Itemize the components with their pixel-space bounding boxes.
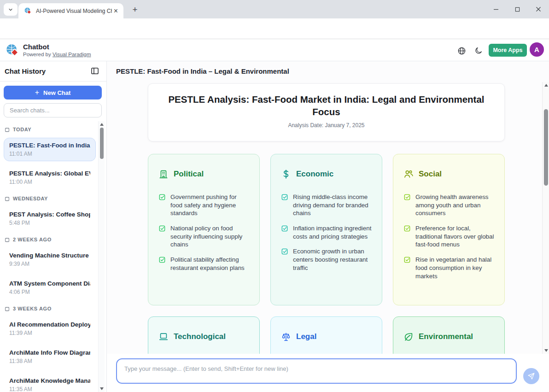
calendar-icon bbox=[5, 127, 10, 132]
calendar-icon bbox=[5, 306, 10, 311]
card-title: Social bbox=[419, 170, 442, 179]
tab-search-button[interactable] bbox=[4, 3, 18, 16]
analysis-point: Growing health awareness among youth and… bbox=[403, 193, 494, 217]
analysis-point-text: Preference for local, traditional flavor… bbox=[415, 224, 494, 249]
chat-item-title: AI Recommendation Deploy... bbox=[9, 321, 90, 328]
visual-paradigm-logo bbox=[6, 43, 19, 57]
chat-item[interactable]: Vending Machine Structure 9:39 AM bbox=[4, 248, 96, 271]
analysis-point: Economic growth in urban centers boostin… bbox=[281, 247, 372, 272]
chat-group-2-weeks: 2 WEEKS AGO Vending Machine Structure 9:… bbox=[4, 237, 96, 299]
chat-item-title: Vending Machine Structure bbox=[9, 252, 90, 259]
analysis-point-text: National policy on food security influen… bbox=[170, 224, 249, 249]
chat-item-time: 4:06 PM bbox=[9, 289, 90, 295]
chat-item[interactable]: ArchiMate Info Flow Diagram 11:38 AM bbox=[4, 345, 96, 369]
scrollbar-thumb[interactable] bbox=[544, 109, 548, 186]
laptop-icon bbox=[158, 332, 169, 342]
collapse-sidebar-icon[interactable] bbox=[90, 66, 100, 76]
checkbox-icon bbox=[403, 225, 411, 232]
new-tab-button[interactable]: + bbox=[129, 4, 141, 16]
send-button[interactable] bbox=[523, 368, 539, 384]
app-title: Chatbot bbox=[23, 43, 49, 51]
chat-item-time: 11:39 AM bbox=[9, 330, 90, 336]
checkbox-icon bbox=[281, 193, 288, 201]
new-chat-label: New Chat bbox=[43, 89, 70, 96]
group-label-text: 3 WEEKS AGO bbox=[13, 306, 52, 311]
card-social: Social Growing health awareness among yo… bbox=[393, 154, 505, 305]
new-chat-button[interactable]: + New Chat bbox=[4, 86, 102, 99]
card-political: Political Government pushing for food sa… bbox=[148, 154, 260, 305]
analysis-date: Analysis Date: January 7, 2025 bbox=[148, 122, 504, 129]
chat-item[interactable]: PEST Analysis: Coffee Shop S... 5:48 PM bbox=[4, 207, 96, 230]
chat-item[interactable]: AI Recommendation Deploy... 11:39 AM bbox=[4, 317, 96, 340]
chat-item-selected[interactable]: PESTLE: Fast-Food in India – ... 11:01 A… bbox=[4, 138, 96, 161]
conversation-title: PESTLE: Fast-Food in India – Legal & Env… bbox=[116, 67, 289, 75]
card-title: Environmental bbox=[419, 332, 473, 341]
dark-mode-moon-icon[interactable] bbox=[473, 46, 484, 56]
tab-close-icon[interactable]: × bbox=[112, 7, 120, 15]
chat-item[interactable]: PESTLE Analysis: Global EV In... 11:00 A… bbox=[4, 166, 96, 189]
chat-item-time: 11:38 AM bbox=[9, 358, 90, 364]
chat-history-sidebar: Chat History + New Chat TODAY PESTLE: Fa… bbox=[0, 61, 107, 392]
sidebar-scrollbar[interactable] bbox=[98, 121, 105, 392]
minimize-button[interactable] bbox=[485, 0, 507, 18]
analysis-point: Political stability affecting restaurant… bbox=[158, 256, 249, 272]
pestle-cards-row-1: Political Government pushing for food sa… bbox=[148, 154, 505, 305]
scroll-up-arrow[interactable] bbox=[100, 123, 104, 126]
analysis-title: PESTLE Analysis: Fast-Food Market in Ind… bbox=[161, 94, 491, 118]
checkbox-icon bbox=[281, 225, 288, 232]
leaf-icon bbox=[403, 332, 414, 342]
search-input[interactable] bbox=[4, 103, 102, 117]
visual-paradigm-link[interactable]: Visual Paradigm bbox=[53, 52, 91, 57]
analysis-point: Inflation impacting ingredient costs and… bbox=[281, 224, 372, 240]
analysis-title-card: PESTLE Analysis: Fast-Food Market in Ind… bbox=[148, 83, 505, 141]
paper-plane-icon bbox=[527, 372, 535, 380]
chat-item-title: PESTLE Analysis: Global EV In... bbox=[9, 170, 90, 177]
card-title: Technological bbox=[174, 332, 226, 341]
chat-item-time: 11:00 AM bbox=[9, 179, 90, 185]
calendar-icon bbox=[5, 196, 10, 201]
chat-item-time: 11:01 AM bbox=[9, 151, 90, 157]
analysis-point: Government pushing for food safety and h… bbox=[158, 193, 249, 217]
chat-group-today: TODAY PESTLE: Fast-Food in India – ... 1… bbox=[4, 127, 96, 189]
close-button[interactable] bbox=[528, 0, 549, 18]
chat-item-time: 11:35 AM bbox=[9, 386, 90, 392]
analysis-point: Preference for local, traditional flavor… bbox=[403, 224, 494, 249]
analysis-point: Rise in vegetarian and halal food consum… bbox=[403, 256, 494, 280]
scroll-down-arrow[interactable] bbox=[544, 349, 548, 352]
chat-item-time: 5:48 PM bbox=[9, 220, 90, 226]
chat-group-wednesday: WEDNESDAY PEST Analysis: Coffee Shop S..… bbox=[4, 196, 96, 230]
message-composer bbox=[107, 354, 549, 392]
analysis-point: Rising middle-class income driving deman… bbox=[281, 193, 372, 217]
analysis-point: National policy on food security influen… bbox=[158, 224, 249, 249]
user-avatar[interactable]: A bbox=[530, 42, 544, 57]
browser-window: AI-Powered Visual Modeling Ch × + ai-too… bbox=[0, 0, 549, 392]
main-scrollbar[interactable] bbox=[542, 82, 549, 354]
chat-item-time: 9:39 AM bbox=[9, 261, 90, 267]
sidebar-title: Chat History bbox=[5, 67, 46, 75]
powered-by: Powered by Visual Paradigm bbox=[23, 52, 91, 57]
group-label: 2 WEEKS AGO bbox=[5, 237, 96, 242]
browser-toolbar: ai-toolbox.visual-paradigm.com/app/chatb… bbox=[0, 18, 549, 39]
message-input[interactable] bbox=[116, 358, 517, 384]
maximize-button[interactable] bbox=[507, 0, 528, 18]
scroll-up-arrow[interactable] bbox=[544, 84, 548, 87]
group-label-text: WEDNESDAY bbox=[13, 196, 48, 201]
language-globe-icon[interactable] bbox=[456, 46, 467, 56]
scrollbar-thumb[interactable] bbox=[100, 128, 104, 159]
group-label: 3 WEEKS AGO bbox=[5, 306, 96, 311]
more-apps-button[interactable]: More Apps bbox=[489, 44, 527, 57]
group-label: WEDNESDAY bbox=[5, 196, 96, 201]
chat-item-title: ATM System Component Dia... bbox=[9, 280, 90, 287]
scroll-down-arrow[interactable] bbox=[100, 387, 104, 390]
analysis-point-text: Rising middle-class income driving deman… bbox=[293, 193, 372, 217]
chat-item[interactable]: ATM System Component Dia... 4:06 PM bbox=[4, 276, 96, 299]
chat-item[interactable]: ArchiMate Knowledge Mana... 11:35 AM bbox=[4, 373, 96, 392]
group-label: TODAY bbox=[5, 127, 96, 132]
card-title: Legal bbox=[296, 332, 316, 341]
window-controls bbox=[485, 0, 549, 18]
checkbox-icon bbox=[158, 193, 166, 201]
browser-tab[interactable]: AI-Powered Visual Modeling Ch × bbox=[18, 3, 123, 18]
checkbox-icon bbox=[158, 256, 166, 263]
checkbox-icon bbox=[158, 225, 166, 232]
plus-icon: + bbox=[35, 88, 39, 97]
